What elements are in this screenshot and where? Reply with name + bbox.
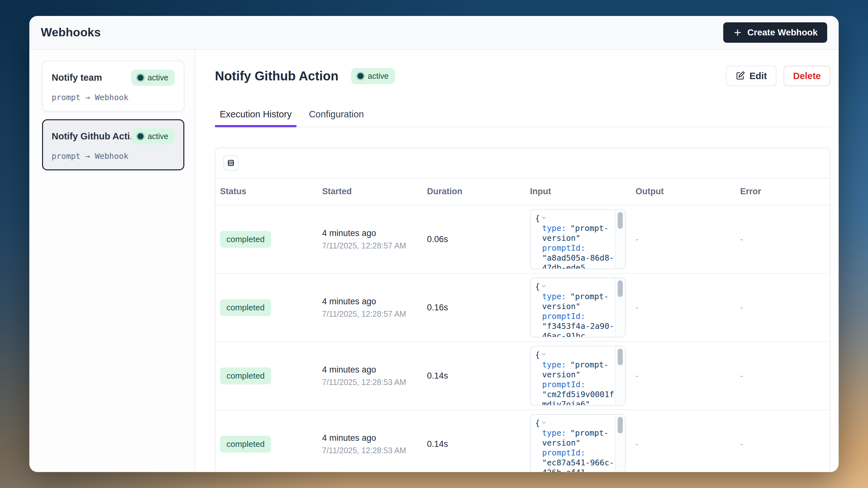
webhook-list-sidebar: Notify team active prompt → Webhook Noti…	[29, 50, 195, 472]
column-header-output: Output	[631, 178, 736, 205]
tab-execution-history[interactable]: Execution History	[215, 109, 297, 127]
webhook-route: prompt → Webhook	[52, 152, 175, 161]
status-badge: active	[131, 128, 175, 145]
error-value: -	[736, 299, 830, 316]
started-relative: 4 minutes ago	[322, 228, 417, 238]
detail-tabs: Execution History Configuration	[215, 109, 830, 127]
input-json-viewer[interactable]: { type:"prompt- version" promptId: "ec87…	[530, 414, 626, 472]
json-scrollbar-thumb[interactable]	[618, 417, 623, 433]
output-value: -	[631, 231, 736, 248]
table-toolbar	[216, 148, 830, 178]
table-row: completed 4 minutes ago 7/11/2025, 12:28…	[216, 205, 830, 274]
status-dot-icon	[137, 133, 144, 140]
started-absolute: 7/11/2025, 12:28:53 AM	[322, 446, 417, 455]
duration-value: 0.14s	[423, 367, 526, 385]
webhook-title: Notify Github Action	[215, 69, 338, 83]
column-header-started: Started	[318, 178, 423, 205]
status-badge-completed: completed	[220, 231, 271, 248]
status-dot-icon	[137, 74, 144, 81]
output-value: -	[631, 367, 736, 385]
input-json-viewer[interactable]: { type:"prompt- version" promptId: "cm2f…	[530, 346, 626, 406]
webhook-name: Notify Github Acti...	[52, 131, 131, 142]
table-header-row: Status Started Duration Input Output Err…	[216, 178, 830, 205]
app-window: Webhooks Create Webhook Notify team acti…	[29, 16, 839, 472]
error-value: -	[736, 367, 830, 385]
table-row: completed 4 minutes ago 7/11/2025, 12:28…	[216, 410, 830, 472]
error-value: -	[736, 231, 830, 248]
edit-button[interactable]: Edit	[726, 66, 776, 86]
column-header-status: Status	[216, 178, 318, 205]
chevron-down-icon[interactable]	[541, 352, 547, 357]
error-value: -	[736, 435, 830, 453]
chevron-down-icon[interactable]	[541, 420, 547, 425]
duration-value: 0.06s	[423, 231, 526, 248]
duration-value: 0.16s	[423, 299, 526, 316]
table-rows-icon	[226, 158, 235, 167]
table-row: completed 4 minutes ago 7/11/2025, 12:28…	[216, 274, 830, 342]
input-json-viewer[interactable]: { type:"prompt- version" promptId: "f345…	[530, 277, 626, 337]
status-badge: active	[351, 68, 395, 84]
started-relative: 4 minutes ago	[322, 433, 417, 443]
json-scrollbar-thumb[interactable]	[618, 348, 623, 365]
started-absolute: 7/11/2025, 12:28:53 AM	[322, 378, 417, 387]
status-badge: active	[131, 69, 175, 86]
output-value: -	[631, 435, 736, 453]
started-absolute: 7/11/2025, 12:28:57 AM	[322, 309, 417, 318]
top-bar: Webhooks Create Webhook	[29, 16, 839, 50]
duration-value: 0.14s	[423, 435, 526, 453]
status-dot-icon	[358, 73, 364, 79]
execution-history-table: Status Started Duration Input Output Err…	[215, 148, 830, 472]
table-rows-view-button[interactable]	[223, 155, 239, 171]
input-json-viewer[interactable]: { type:"prompt- version" promptId: "a8ad…	[530, 209, 626, 269]
column-header-input: Input	[526, 178, 631, 205]
status-badge-completed: completed	[220, 436, 271, 453]
status-badge-completed: completed	[220, 299, 271, 316]
column-header-duration: Duration	[423, 178, 526, 205]
started-absolute: 7/11/2025, 12:28:57 AM	[322, 241, 417, 250]
status-badge-completed: completed	[220, 367, 271, 384]
edit-label: Edit	[749, 71, 767, 81]
webhook-detail-panel: Notify Github Action active Edit Delete	[195, 50, 839, 472]
json-scrollbar-thumb[interactable]	[618, 212, 623, 229]
delete-button[interactable]: Delete	[783, 66, 830, 86]
webhook-name: Notify team	[52, 72, 102, 83]
create-webhook-label: Create Webhook	[747, 27, 817, 38]
started-relative: 4 minutes ago	[322, 365, 417, 375]
started-relative: 4 minutes ago	[322, 297, 417, 306]
tab-configuration[interactable]: Configuration	[304, 109, 369, 127]
json-scrollbar-thumb[interactable]	[618, 280, 623, 297]
table-row: completed 4 minutes ago 7/11/2025, 12:28…	[216, 342, 830, 410]
page-title: Webhooks	[41, 26, 101, 39]
sidebar-item-notify-github-action[interactable]: Notify Github Acti... active prompt → We…	[42, 119, 184, 170]
create-webhook-button[interactable]: Create Webhook	[723, 22, 827, 43]
webhook-route: prompt → Webhook	[52, 93, 175, 102]
detail-header: Notify Github Action active Edit Delete	[215, 66, 830, 86]
chevron-down-icon[interactable]	[541, 215, 547, 220]
output-value: -	[631, 299, 736, 316]
column-header-error: Error	[736, 178, 830, 205]
chevron-down-icon[interactable]	[541, 283, 547, 288]
plus-icon	[733, 28, 742, 37]
sidebar-item-notify-team[interactable]: Notify team active prompt → Webhook	[42, 61, 184, 112]
edit-pencil-icon	[735, 71, 745, 81]
